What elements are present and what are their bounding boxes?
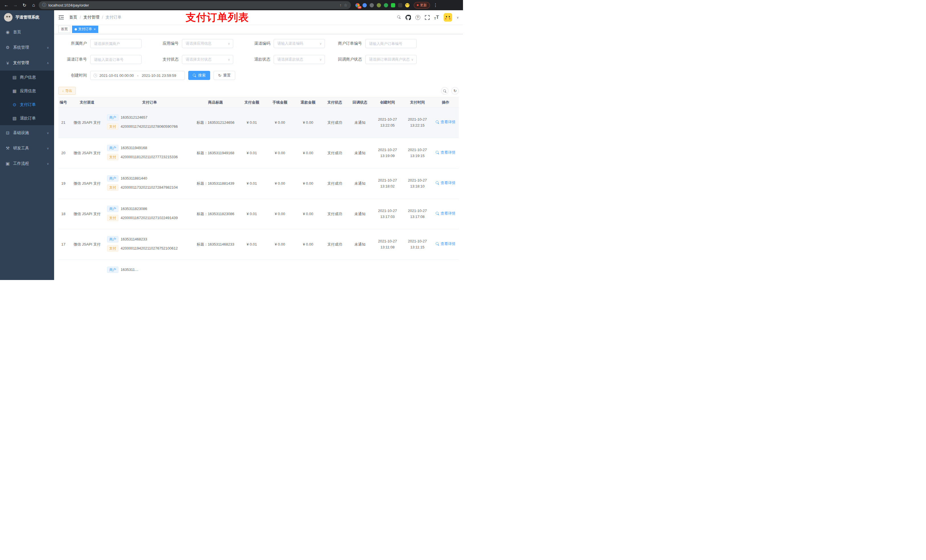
toggle-search-button[interactable] [441,87,448,95]
app-logo[interactable]: 芋道管理系统 [0,10,54,24]
sidebar-item-payment[interactable]: ¥支付管理∧ [0,55,54,71]
extension-blue-icon[interactable] [362,3,367,8]
table-row: 17微信 JSAPI 支付商户1635311468233支付4200001194… [58,229,459,260]
cell-notify [347,260,373,280]
merchant-tag: 商户 [107,115,118,121]
extension-colorful-icon[interactable]: 10 [355,3,360,8]
cell-order: 商户1635311881440支付42000011732021102728479… [106,169,193,199]
cell-pay-time: 2021-10-2713:19:15 [402,138,432,169]
chevron-down-icon: ∨ [47,162,49,166]
tab-home[interactable]: 首页 [58,26,70,33]
browser-forward-icon[interactable]: → [11,1,20,9]
browser-refresh-icon[interactable]: ↻ [21,1,29,9]
cell-amount: ¥ 0.01 [238,199,266,229]
filter-input[interactable] [90,55,142,64]
github-icon[interactable] [406,15,411,20]
date-range-picker[interactable]: 2021-10-01 00:00:00 - 2021-10-31 23:59:5… [90,71,185,80]
view-detail-link[interactable]: 查看详情 [436,241,455,247]
filter-select[interactable]: 请选择支付状态∨ [182,55,233,64]
column-header: 操作 [432,97,459,107]
search-icon[interactable] [397,15,401,20]
view-detail-link[interactable]: 查看详情 [436,211,455,217]
hamburger-icon[interactable] [58,15,65,20]
sidebar-item-dev-tools[interactable]: ⚒研发工具∨ [0,140,54,156]
extension-emoji-icon[interactable] [405,3,410,8]
pay-order-no: 4200001167202110271022491439 [121,215,178,221]
cell-refund: ¥ 0.00 [294,138,322,169]
filter-select[interactable]: 请选择订单回调商户状态∨ [365,55,416,64]
extension-olive-icon[interactable] [376,3,381,8]
browser-menu-icon[interactable]: ⋮ [433,3,438,8]
merchant-order-no: 1635311949168 [121,145,147,151]
pay-order-no: 4200001181202110277723215336 [121,154,178,160]
breadcrumb-item[interactable]: 首页 [69,15,77,20]
sidebar-item-label: 支付管理 [13,60,29,65]
tab-close-icon[interactable]: × [94,27,96,31]
dashboard-icon: ◉ [5,30,10,35]
extension-gray-icon[interactable] [369,3,374,8]
bookmark-star-icon[interactable]: ☆ [344,3,347,8]
sidebar-item-app-info[interactable]: ▦应用信息 [0,84,54,98]
extension-green-circle-icon[interactable] [383,3,388,8]
filter-label: 回调商户状态 [333,57,365,62]
extension-chat-icon[interactable] [390,3,395,8]
filter-label: 渠道编码 [242,41,274,46]
sidebar-item-home[interactable]: ◉首页 [0,24,54,40]
table-toolbar: ↓ 导出 ↻ [54,87,463,95]
filter-select[interactable]: 请选择应用信息∨ [182,39,233,48]
browser-home-icon[interactable]: ⌂ [30,1,38,9]
cell-id: 21 [58,107,68,138]
export-button[interactable]: ↓ 导出 [58,87,76,95]
cell-id: 18 [58,199,68,229]
cell-fee: ¥ 0.00 [266,199,294,229]
fullscreen-icon[interactable] [425,15,430,20]
table-row: 20微信 JSAPI 支付商户1635311949168支付4200001181… [58,138,459,169]
browser-address-bar[interactable]: ⓘ localhost:1024/pay/order ↑ ☆ [39,1,351,9]
cell-channel: 微信 JSAPI 支付 [68,169,106,199]
tab-pay-order[interactable]: 支付订单× [72,26,98,33]
cell-channel: 微信 JSAPI 支付 [68,229,106,260]
filter-input[interactable] [90,39,142,48]
breadcrumb-item[interactable]: 支付订单 [106,15,122,20]
chrome-update-button[interactable]: 更新 [414,2,430,9]
column-header: 支付金额 [238,97,266,107]
breadcrumb-item[interactable]: 支付管理 [83,15,99,20]
browser-back-icon[interactable]: ← [2,1,10,9]
sidebar-item-pay-order[interactable]: ⊙支付订单 [0,98,54,112]
filter-field: 渠道订单号 [58,55,150,64]
sidebar-item-system[interactable]: ⚙系统管理∨ [0,40,54,55]
font-size-icon[interactable]: TT [434,15,439,20]
sidebar-item-workflow[interactable]: ▣工作流程∨ [0,156,54,171]
cell-channel [68,260,106,280]
reset-button[interactable]: ↻ 重置 [213,71,235,80]
sidebar-item-refund-order[interactable]: ▧退款订单 [0,112,54,125]
cell-refund: ¥ 0.00 [294,229,322,260]
breadcrumb-separator: / [102,15,103,20]
sidebar-item-merchant-info[interactable]: ▤商户信息 [0,71,54,84]
merchant-order-no: 1635312124657 [121,115,147,121]
help-icon[interactable]: ? [415,15,420,20]
user-avatar[interactable] [443,13,452,22]
cell-title: 标题：1635311881439 [193,169,238,199]
view-detail-link[interactable]: 查看详情 [436,180,455,186]
cell-refund: ¥ 0.00 [294,199,322,229]
column-header: 支付渠道 [68,97,106,107]
site-info-icon[interactable]: ⓘ [42,3,46,8]
cell-order: 商户1635311823086支付42000011672021102710224… [106,199,193,229]
filter-label: 商户订单编号 [333,41,365,46]
filter-select[interactable]: 请输入渠道编码∨ [274,39,325,48]
share-icon[interactable]: ↑ [339,3,341,8]
search-icon [436,120,439,124]
view-detail-link[interactable]: 查看详情 [436,150,455,155]
extension-puzzle-icon[interactable] [398,3,402,8]
filter-select[interactable]: 请选择退款状态∨ [274,55,325,64]
extension-badge: 10 [357,6,362,9]
chevron-down-icon[interactable]: ∨ [457,16,459,19]
search-button[interactable]: 搜索 [188,71,210,80]
sidebar-item-infrastructure[interactable]: ⊟基础设施∨ [0,125,54,140]
sidebar-item-label: 应用信息 [20,89,36,94]
filter-input[interactable] [365,39,416,48]
view-detail-link[interactable]: 查看详情 [436,119,455,125]
breadcrumb-separator: / [80,15,81,20]
table-refresh-button[interactable]: ↻ [451,87,459,95]
